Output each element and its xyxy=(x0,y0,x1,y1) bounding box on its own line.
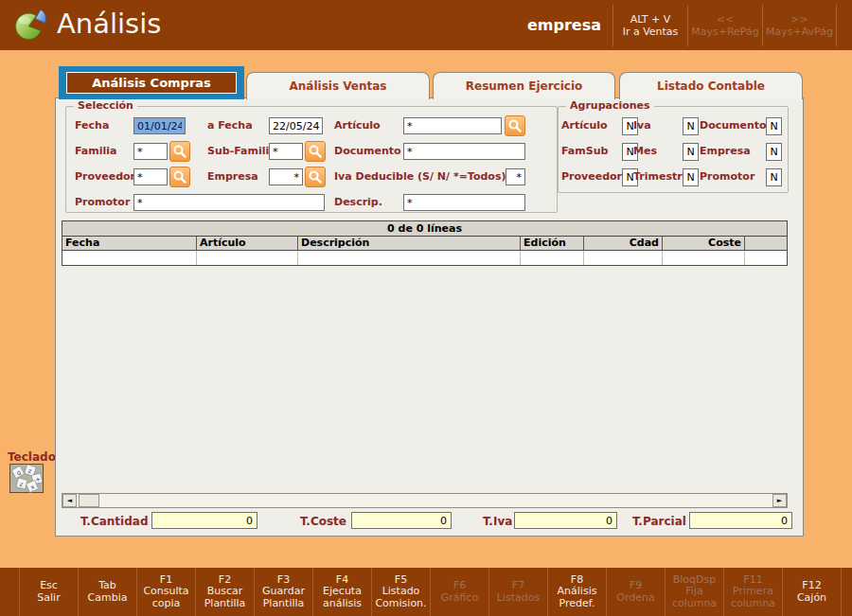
empresa-input[interactable] xyxy=(269,168,303,185)
t-coste-label: T.Coste xyxy=(300,515,346,528)
familia-input[interactable] xyxy=(133,143,168,160)
table-row[interactable] xyxy=(62,251,787,265)
t-cantidad-input[interactable] xyxy=(151,512,257,529)
active-tab-label: Análisis Compras xyxy=(66,72,237,94)
company-name: empresa xyxy=(527,16,612,34)
fkey-esc-salir[interactable]: EscSalir xyxy=(19,568,78,616)
keyboard-icon[interactable]: q z + z x xyxy=(9,464,44,497)
fkey-f3-guardar-plantilla[interactable]: F3GuardarPlantilla xyxy=(254,568,312,616)
promotor-label: Promotor xyxy=(75,196,130,208)
shortcut-label: Mays+RePág xyxy=(691,26,758,38)
fkey-f8-analisis-predef[interactable]: F8AnálisisPredef. xyxy=(547,568,606,616)
magnifier-icon xyxy=(507,118,523,133)
t-coste-input[interactable] xyxy=(351,512,452,529)
magnifier-icon xyxy=(172,169,187,185)
articulo-input[interactable] xyxy=(403,117,502,134)
fkey-f1-consulta-copia[interactable]: F1Consultacopia xyxy=(136,568,195,616)
tab-listado-contable[interactable]: Listado Contable xyxy=(619,72,803,99)
agr-documento-input[interactable] xyxy=(766,117,782,135)
tab-analisis-ventas[interactable]: Análisis Ventas xyxy=(246,72,430,99)
t-parcial-label: T.Parcial xyxy=(632,515,686,528)
t-cantidad-label: T.Cantidad xyxy=(80,515,149,528)
function-key-bar: EscSalir TabCambia F1Consultacopia F2Bus… xyxy=(0,568,852,616)
subfamilia-input[interactable] xyxy=(269,143,303,160)
fkey-tab-cambia[interactable]: TabCambia xyxy=(78,568,136,616)
iva-deducible-input[interactable] xyxy=(506,168,525,185)
fecha-input[interactable] xyxy=(133,117,186,134)
empresa-search-button[interactable] xyxy=(305,167,326,187)
descrip-input[interactable] xyxy=(403,194,525,211)
main-panel: Selección Fecha a Fecha Artículo Familia… xyxy=(55,97,804,537)
seleccion-legend: Selección xyxy=(74,99,137,112)
fkey-f12-cajon[interactable]: F12Cajón xyxy=(782,568,841,616)
shortcut-key: << xyxy=(717,13,734,26)
agr-trimestre-input[interactable] xyxy=(683,168,699,186)
shortcut-label: Ir a Ventas xyxy=(623,26,679,38)
magnifier-icon xyxy=(308,144,323,159)
documento-label: Documento xyxy=(334,145,401,157)
teclado-label: Teclado xyxy=(8,450,56,464)
fecha-label: Fecha xyxy=(75,119,109,132)
descrip-label: Descrip. xyxy=(334,196,382,208)
scrollbar-thumb[interactable] xyxy=(79,494,99,507)
tab-resumen-ejercicio[interactable]: Resumen Ejercicio xyxy=(433,72,615,99)
magnifier-icon xyxy=(308,169,323,185)
agr-proveedor-label: Proveedor xyxy=(561,170,622,183)
agrupaciones-legend: Agrupaciones xyxy=(566,99,654,112)
proveedor-search-button[interactable] xyxy=(169,167,190,187)
next-page-button: >> Mays+AvPág xyxy=(762,5,837,46)
scroll-left-button[interactable]: ◄ xyxy=(62,494,77,507)
tab-analisis-compras[interactable]: Análisis Compras xyxy=(59,66,244,99)
articulo-label: Artículo xyxy=(334,119,381,132)
col-coste[interactable]: Coste xyxy=(663,237,745,250)
iva-deducible-label: Iva Deducible (S/ N/ *=Todos) xyxy=(334,170,506,183)
familia-search-button[interactable] xyxy=(169,141,190,162)
agr-mes-input[interactable] xyxy=(683,143,699,161)
prev-page-button: << Mays+RePág xyxy=(687,5,762,46)
header-nav: empresa ALT + V Ir a Ventas << Mays+RePá… xyxy=(527,0,837,50)
col-extra xyxy=(745,237,787,250)
agr-promotor-label: Promotor xyxy=(700,170,754,183)
top-bar: Análisis empresa ALT + V Ir a Ventas << … xyxy=(0,0,852,50)
fkey-f9-ordena: F9Ordena xyxy=(606,568,665,616)
page-title: Análisis xyxy=(57,8,161,40)
fkey-f4-ejecuta-analisis[interactable]: F4Ejecutaanálisis xyxy=(312,568,371,616)
table-header-row: Fecha Artículo Descripción Edición Cdad … xyxy=(62,237,787,251)
a-fecha-label: a Fecha xyxy=(207,119,253,132)
results-table: 0 de 0 líneas Fecha Artículo Descripción… xyxy=(62,220,788,266)
proveedor-input[interactable] xyxy=(133,168,168,185)
documento-input[interactable] xyxy=(403,143,525,160)
go-to-ventas-button[interactable]: ALT + V Ir a Ventas xyxy=(612,5,687,46)
a-fecha-input[interactable] xyxy=(269,117,323,134)
articulo-search-button[interactable] xyxy=(505,115,525,136)
t-parcial-input[interactable] xyxy=(689,512,792,529)
agr-mes-label: Mes xyxy=(633,145,657,157)
col-articulo[interactable]: Artículo xyxy=(197,237,298,250)
agr-iva-input[interactable] xyxy=(683,117,699,135)
shortcut-key: >> xyxy=(790,13,808,26)
shortcut-label: Mays+AvPág xyxy=(766,26,833,38)
agr-promotor-input[interactable] xyxy=(766,168,782,186)
shortcut-key: ALT + V xyxy=(630,13,671,26)
agr-empresa-input[interactable] xyxy=(766,143,782,161)
fkey-f11-primera-columna: F11Primeracolumna xyxy=(723,568,782,616)
col-fecha[interactable]: Fecha xyxy=(62,237,197,250)
agr-iva-label: Iva xyxy=(633,119,651,132)
empresa-label: Empresa xyxy=(207,170,258,183)
agr-empresa-label: Empresa xyxy=(700,145,751,157)
col-edicion[interactable]: Edición xyxy=(521,237,584,250)
subfamilia-search-button[interactable] xyxy=(305,141,326,162)
subfamilia-label: Sub-Familia xyxy=(207,145,276,157)
promotor-input[interactable] xyxy=(133,194,325,211)
col-descripcion[interactable]: Descripción xyxy=(298,237,521,250)
agr-documento-label: Documento xyxy=(700,119,767,132)
fkey-f5-listado-comision[interactable]: F5ListadoComision. xyxy=(371,568,430,616)
horizontal-scrollbar[interactable]: ◄ ► xyxy=(62,493,788,508)
col-cdad[interactable]: Cdad xyxy=(584,237,663,250)
scroll-right-button[interactable]: ► xyxy=(772,494,787,507)
t-iva-input[interactable] xyxy=(514,512,617,529)
familia-label: Familia xyxy=(75,145,117,157)
agr-articulo-label: Artículo xyxy=(561,119,608,132)
fkey-f2-buscar-plantilla[interactable]: F2BuscarPlantilla xyxy=(195,568,254,616)
agr-famsub-label: FamSub xyxy=(561,145,608,157)
